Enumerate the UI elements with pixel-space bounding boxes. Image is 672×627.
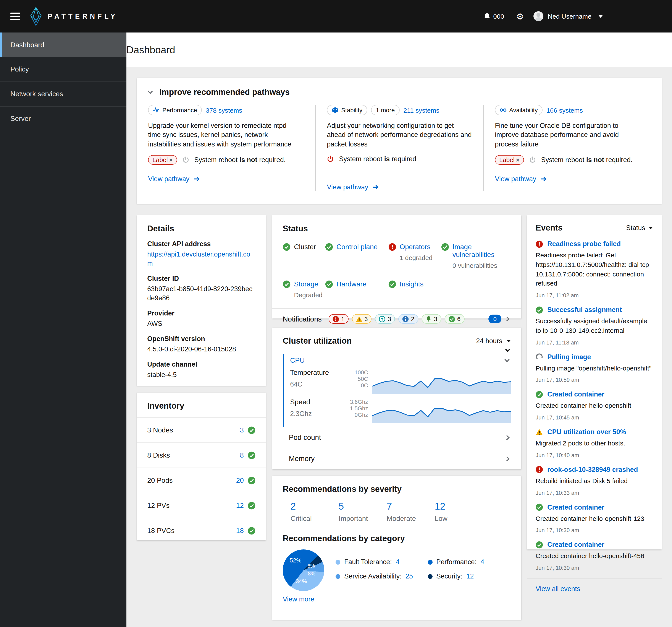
arrow-right-icon (194, 176, 200, 182)
event-title-link[interactable]: Created container (547, 503, 604, 511)
notifications-bell-button[interactable]: 000 (481, 12, 507, 21)
inventory-count-link[interactable]: 8 (240, 451, 244, 459)
status-link[interactable]: Image vulnerabilities (453, 243, 495, 258)
legend-label: Fault Tolerance: (344, 558, 392, 566)
notification-pill-bell[interactable]: 3 (422, 314, 441, 324)
check-circle-icon (248, 477, 256, 484)
temperature-sparkline-chart (373, 369, 511, 394)
systems-link[interactable]: 211 systems (403, 107, 439, 114)
low-count-link[interactable]: 12 (435, 501, 445, 512)
legend-count-link[interactable]: 25 (406, 573, 413, 580)
pod-count-row[interactable]: Pod count (272, 427, 521, 448)
sidebar-item-policy[interactable]: Policy (0, 57, 126, 82)
notification-pill-danger[interactable]: 1 (329, 314, 349, 324)
brand-name: PATTERNFLY (48, 13, 118, 20)
close-icon[interactable]: × (516, 157, 519, 163)
y-axis-ticks: 100C50C0C (341, 369, 368, 388)
critical-count-link[interactable]: 2 (291, 501, 296, 512)
events-filter-dropdown[interactable]: Status (626, 224, 653, 232)
inventory-count-link[interactable]: 20 (236, 477, 244, 484)
notification-pill-info[interactable]: 2 (399, 314, 418, 324)
application-window: PATTERNFLY 000 ⚙ Ned Username Dashboard … (0, 0, 672, 627)
cpu-tab[interactable]: CPU (290, 356, 305, 365)
view-more-link[interactable]: View more (283, 595, 314, 603)
severity-label: Moderate (387, 515, 435, 522)
exclamation-circle-icon (388, 243, 396, 251)
status-link[interactable]: Control plane (336, 243, 378, 251)
view-pathway-link[interactable]: View pathway (495, 175, 536, 183)
event-title-link[interactable]: rook-osd-10-328949 crashed (547, 466, 638, 473)
systems-link[interactable]: 378 systems (206, 107, 242, 114)
view-pathway-link[interactable]: View pathway (148, 175, 189, 183)
event-title-link[interactable]: Created container (547, 391, 604, 398)
sidebar-item-server[interactable]: Server (0, 107, 126, 131)
in-progress-spinner-icon (536, 353, 543, 361)
status-label: Cluster (294, 243, 316, 251)
event-title-link[interactable]: CPU utilization over 50% (547, 428, 626, 436)
notification-pill-warning[interactable]: 3 (352, 314, 372, 324)
event-item: Created container Created container hell… (536, 541, 653, 571)
important-count-link[interactable]: 5 (339, 501, 344, 512)
more-tags-label: 1 more (376, 107, 395, 114)
inventory-label: 18 PVCs (147, 527, 174, 534)
pie-label: 52% (290, 557, 302, 564)
inventory-count-link[interactable]: 12 (236, 502, 244, 509)
notification-pill-success[interactable]: 6 (445, 314, 464, 324)
tag-pill-availability: Availability (495, 105, 543, 115)
status-link[interactable]: Insights (400, 280, 424, 288)
legend-count-link[interactable]: 4 (480, 558, 484, 566)
event-title-link[interactable]: Created container (547, 541, 604, 549)
sidebar-item-dashboard[interactable]: Dashboard (0, 32, 126, 57)
reboot-text: System reboot is not required. (194, 156, 286, 164)
status-link[interactable]: Storage (294, 280, 318, 288)
cluster-api-link[interactable]: https://api1.devcluster.openshift.com (147, 251, 250, 267)
time-range-dropdown[interactable]: 24 hours (476, 337, 511, 345)
view-all-events-link[interactable]: View all events (536, 585, 580, 592)
event-title-link[interactable]: Readiness probe failed (547, 240, 621, 248)
status-link[interactable]: Operators (400, 243, 430, 251)
user-menu[interactable]: Ned Username (533, 11, 603, 21)
inventory-row-disks: 8 Disks 8 (137, 442, 266, 467)
chevron-down-icon[interactable] (504, 357, 510, 364)
notifications-label: Notifications (283, 315, 322, 323)
close-icon[interactable]: × (169, 157, 172, 163)
nav-toggle-button[interactable] (8, 10, 23, 23)
pathway-column: Performance 378 systems Upgrade your ker… (147, 105, 315, 191)
field-value: stable-4.5 (147, 370, 256, 379)
chevron-right-icon[interactable] (505, 316, 511, 322)
notification-pill-upgrade[interactable]: 3 (375, 314, 395, 324)
legend-count-link[interactable]: 12 (466, 573, 474, 580)
events-filter-value: Status (626, 224, 645, 232)
status-item-control-plane: Control plane (325, 243, 388, 269)
sidebar-item-network-services[interactable]: Network services (0, 82, 126, 107)
legend-count-link[interactable]: 4 (396, 558, 400, 566)
event-title-link[interactable]: Pulling image (547, 353, 591, 361)
check-circle-icon (536, 391, 543, 398)
event-title-link[interactable]: Successful assignment (547, 306, 622, 314)
event-item: Successful assignment Successfully assig… (536, 306, 653, 346)
row-label: Memory (289, 455, 315, 463)
view-pathway-link[interactable]: View pathway (327, 183, 368, 191)
notification-count-badge[interactable]: 0 (488, 315, 501, 323)
metric-name: Temperature (290, 369, 337, 376)
severity-label: Critical (291, 515, 339, 522)
legend-dot (336, 574, 340, 579)
label-pill: Label× (148, 155, 177, 165)
collapse-chevron-icon[interactable] (147, 89, 153, 95)
systems-link[interactable]: 166 systems (547, 107, 583, 114)
settings-button[interactable]: ⚙ (516, 12, 524, 21)
inventory-count-link[interactable]: 18 (236, 527, 244, 534)
memory-row[interactable]: Memory (272, 448, 521, 469)
event-timestamp: Jun 17, 10:40 am (536, 452, 653, 459)
moderate-count-link[interactable]: 7 (387, 501, 392, 512)
divider (527, 578, 662, 578)
expand-chevron-icon[interactable] (504, 348, 511, 353)
speed-sparkline-chart (373, 398, 511, 423)
field-label: Update channel (147, 360, 256, 368)
field-label: Cluster ID (147, 275, 256, 282)
tag-pill-more[interactable]: 1 more (371, 105, 400, 115)
arrow-right-icon (541, 176, 547, 182)
status-link[interactable]: Hardware (336, 280, 366, 288)
inventory-count-link[interactable]: 3 (240, 426, 244, 434)
pathway-column: Stability 1 more 211 systems Adjust your… (315, 105, 483, 191)
